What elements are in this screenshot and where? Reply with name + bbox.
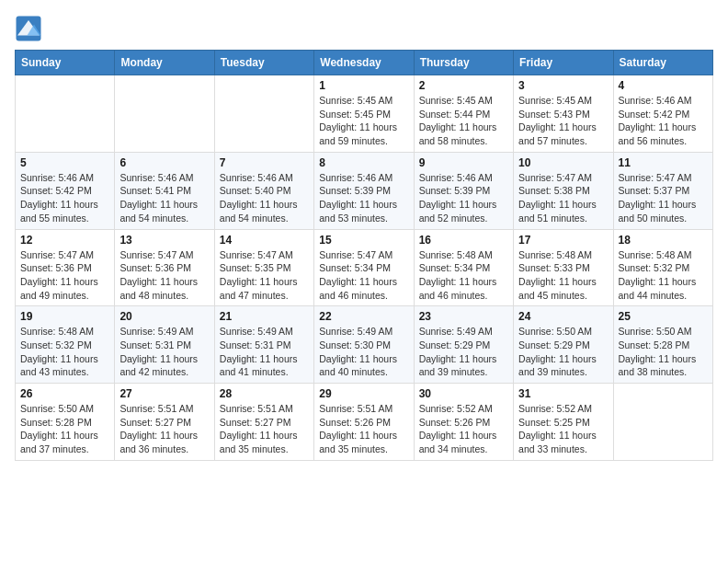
day-number: 24 [518,310,608,323]
day-info: Sunrise: 5:47 AM Sunset: 5:36 PM Dayligh… [119,248,209,303]
day-number: 8 [319,156,408,169]
day-info: Sunrise: 5:48 AM Sunset: 5:32 PM Dayligh… [619,248,708,303]
calendar-cell [214,75,313,153]
day-info: Sunrise: 5:51 AM Sunset: 5:27 PM Dayligh… [119,402,209,456]
weekday-header-thursday: Thursday [414,51,513,75]
calendar-cell: 21Sunrise: 5:49 AM Sunset: 5:31 PM Dayli… [214,306,313,384]
calendar-cell: 4Sunrise: 5:46 AM Sunset: 5:42 PM Daylig… [613,75,712,153]
day-number: 3 [518,79,608,92]
calendar-cell [115,75,214,153]
day-number: 16 [419,234,508,247]
day-info: Sunrise: 5:49 AM Sunset: 5:31 PM Dayligh… [220,325,309,379]
calendar-cell: 26Sunrise: 5:50 AM Sunset: 5:28 PM Dayli… [16,384,115,461]
day-number: 25 [619,310,708,323]
day-number: 2 [419,79,508,92]
calendar-cell: 1Sunrise: 5:45 AM Sunset: 5:45 PM Daylig… [314,75,414,153]
day-number: 12 [20,234,109,247]
calendar-cell: 5Sunrise: 5:46 AM Sunset: 5:42 PM Daylig… [16,152,115,229]
calendar-cell: 24Sunrise: 5:50 AM Sunset: 5:29 PM Dayli… [514,306,613,384]
day-info: Sunrise: 5:45 AM Sunset: 5:43 PM Dayligh… [518,94,608,148]
day-info: Sunrise: 5:47 AM Sunset: 5:37 PM Dayligh… [619,171,708,225]
day-info: Sunrise: 5:46 AM Sunset: 5:42 PM Dayligh… [619,94,708,148]
calendar-header-row: SundayMondayTuesdayWednesdayThursdayFrid… [16,51,713,75]
day-info: Sunrise: 5:52 AM Sunset: 5:25 PM Dayligh… [518,402,608,456]
weekday-header-wednesday: Wednesday [314,51,414,75]
day-number: 11 [619,156,708,169]
calendar-week-row: 12Sunrise: 5:47 AM Sunset: 5:36 PM Dayli… [16,229,713,306]
day-number: 27 [119,387,209,400]
day-number: 19 [20,310,109,323]
day-info: Sunrise: 5:45 AM Sunset: 5:45 PM Dayligh… [319,94,408,148]
weekday-header-tuesday: Tuesday [214,51,313,75]
day-info: Sunrise: 5:47 AM Sunset: 5:36 PM Dayligh… [20,248,109,303]
day-info: Sunrise: 5:49 AM Sunset: 5:30 PM Dayligh… [319,325,408,379]
day-number: 5 [20,156,109,169]
calendar-cell: 13Sunrise: 5:47 AM Sunset: 5:36 PM Dayli… [115,229,214,306]
day-number: 28 [220,387,309,400]
calendar-week-row: 1Sunrise: 5:45 AM Sunset: 5:45 PM Daylig… [16,75,713,153]
day-number: 1 [319,79,408,92]
day-info: Sunrise: 5:50 AM Sunset: 5:28 PM Dayligh… [20,402,109,456]
calendar-cell: 17Sunrise: 5:48 AM Sunset: 5:33 PM Dayli… [514,229,613,306]
calendar-cell: 19Sunrise: 5:48 AM Sunset: 5:32 PM Dayli… [16,306,115,384]
day-info: Sunrise: 5:46 AM Sunset: 5:40 PM Dayligh… [220,171,309,225]
day-number: 9 [419,156,508,169]
day-number: 31 [518,387,608,400]
day-info: Sunrise: 5:46 AM Sunset: 5:42 PM Dayligh… [20,171,109,225]
day-number: 4 [619,79,708,92]
day-number: 15 [319,234,408,247]
calendar-cell: 25Sunrise: 5:50 AM Sunset: 5:28 PM Dayli… [613,306,712,384]
day-info: Sunrise: 5:51 AM Sunset: 5:27 PM Dayligh… [220,402,309,456]
calendar-table: SundayMondayTuesdayWednesdayThursdayFrid… [15,50,713,461]
day-info: Sunrise: 5:47 AM Sunset: 5:35 PM Dayligh… [220,248,309,303]
day-info: Sunrise: 5:52 AM Sunset: 5:26 PM Dayligh… [419,402,508,456]
day-info: Sunrise: 5:50 AM Sunset: 5:29 PM Dayligh… [518,325,608,379]
weekday-header-saturday: Saturday [613,51,712,75]
calendar-cell: 12Sunrise: 5:47 AM Sunset: 5:36 PM Dayli… [16,229,115,306]
calendar-cell: 10Sunrise: 5:47 AM Sunset: 5:38 PM Dayli… [514,152,613,229]
weekday-header-sunday: Sunday [16,51,115,75]
day-number: 14 [220,234,309,247]
calendar-cell: 14Sunrise: 5:47 AM Sunset: 5:35 PM Dayli… [214,229,313,306]
calendar-cell: 3Sunrise: 5:45 AM Sunset: 5:43 PM Daylig… [514,75,613,153]
calendar-cell: 30Sunrise: 5:52 AM Sunset: 5:26 PM Dayli… [414,384,513,461]
calendar-cell: 23Sunrise: 5:49 AM Sunset: 5:29 PM Dayli… [414,306,513,384]
day-info: Sunrise: 5:45 AM Sunset: 5:44 PM Dayligh… [419,94,508,148]
weekday-header-monday: Monday [115,51,214,75]
day-info: Sunrise: 5:47 AM Sunset: 5:34 PM Dayligh… [319,248,408,303]
calendar-cell: 11Sunrise: 5:47 AM Sunset: 5:37 PM Dayli… [613,152,712,229]
day-info: Sunrise: 5:46 AM Sunset: 5:41 PM Dayligh… [119,171,209,225]
day-info: Sunrise: 5:49 AM Sunset: 5:31 PM Dayligh… [119,325,209,379]
day-number: 20 [119,310,209,323]
day-number: 13 [119,234,209,247]
calendar-week-row: 5Sunrise: 5:46 AM Sunset: 5:42 PM Daylig… [16,152,713,229]
day-info: Sunrise: 5:46 AM Sunset: 5:39 PM Dayligh… [419,171,508,225]
day-info: Sunrise: 5:48 AM Sunset: 5:34 PM Dayligh… [419,248,508,303]
day-number: 10 [518,156,608,169]
calendar-cell: 15Sunrise: 5:47 AM Sunset: 5:34 PM Dayli… [314,229,414,306]
day-number: 29 [319,387,408,400]
logo [15,15,46,42]
calendar-cell: 28Sunrise: 5:51 AM Sunset: 5:27 PM Dayli… [214,384,313,461]
calendar-cell: 2Sunrise: 5:45 AM Sunset: 5:44 PM Daylig… [414,75,513,153]
calendar-cell [16,75,115,153]
calendar-cell: 16Sunrise: 5:48 AM Sunset: 5:34 PM Dayli… [414,229,513,306]
calendar-cell: 7Sunrise: 5:46 AM Sunset: 5:40 PM Daylig… [214,152,313,229]
calendar-cell [613,384,712,461]
calendar-week-row: 19Sunrise: 5:48 AM Sunset: 5:32 PM Dayli… [16,306,713,384]
day-info: Sunrise: 5:48 AM Sunset: 5:32 PM Dayligh… [20,325,109,379]
day-info: Sunrise: 5:51 AM Sunset: 5:26 PM Dayligh… [319,402,408,456]
calendar-cell: 22Sunrise: 5:49 AM Sunset: 5:30 PM Dayli… [314,306,414,384]
day-number: 26 [20,387,109,400]
day-number: 22 [319,310,408,323]
calendar-cell: 18Sunrise: 5:48 AM Sunset: 5:32 PM Dayli… [613,229,712,306]
day-info: Sunrise: 5:46 AM Sunset: 5:39 PM Dayligh… [319,171,408,225]
calendar-week-row: 26Sunrise: 5:50 AM Sunset: 5:28 PM Dayli… [16,384,713,461]
page-header [15,15,713,42]
calendar-cell: 27Sunrise: 5:51 AM Sunset: 5:27 PM Dayli… [115,384,214,461]
day-number: 23 [419,310,508,323]
day-info: Sunrise: 5:48 AM Sunset: 5:33 PM Dayligh… [518,248,608,303]
day-number: 30 [419,387,508,400]
day-number: 17 [518,234,608,247]
logo-icon [15,15,42,42]
